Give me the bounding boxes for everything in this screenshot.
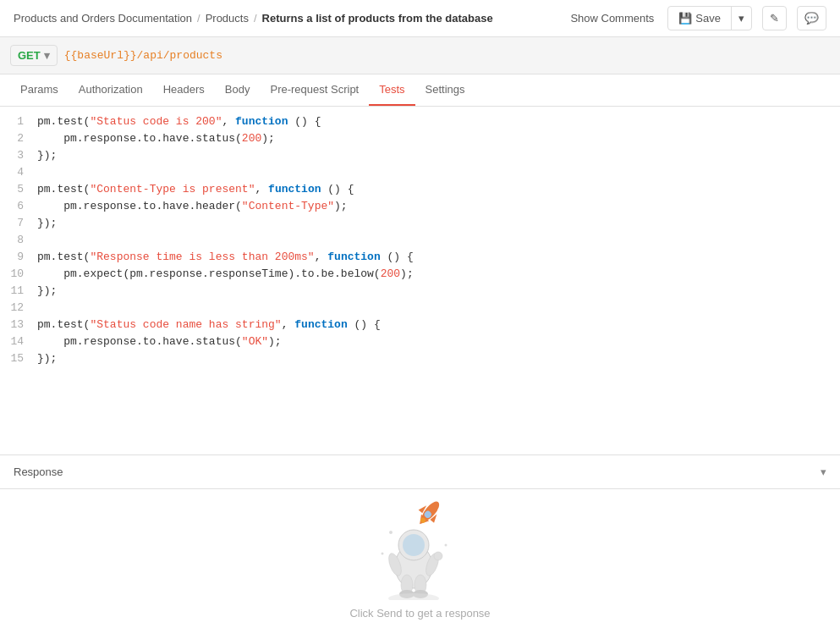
tab-body[interactable]: Body bbox=[215, 74, 261, 106]
response-section: Response ▾ bbox=[0, 454, 840, 628]
tab-settings[interactable]: Settings bbox=[415, 74, 475, 106]
breadcrumb-sep1: / bbox=[197, 12, 200, 25]
code-editor[interactable]: 12345 678910 1112131415 pm.test("Status … bbox=[0, 107, 840, 374]
tab-params[interactable]: Params bbox=[10, 74, 69, 106]
header-actions: Show Comments 💾 Save ▾ ✎ 💬 bbox=[563, 6, 826, 30]
edit-button[interactable]: ✎ bbox=[762, 6, 787, 30]
save-label: Save bbox=[695, 12, 721, 25]
comment-button[interactable]: 💬 bbox=[797, 6, 826, 30]
send-hint-text: Click Send to get a response bbox=[349, 607, 490, 620]
svg-point-17 bbox=[389, 531, 393, 534]
breadcrumb-part1: Products and Orders Documentation bbox=[14, 12, 192, 25]
tab-authorization[interactable]: Authorization bbox=[69, 74, 153, 106]
astronaut-illustration bbox=[370, 499, 471, 600]
main-content: 12345 678910 1112131415 pm.test("Status … bbox=[0, 107, 840, 628]
breadcrumb-sep2: / bbox=[254, 12, 257, 25]
code-line-15: }); bbox=[34, 350, 840, 367]
code-line-8 bbox=[34, 232, 840, 249]
tab-tests[interactable]: Tests bbox=[369, 74, 415, 106]
code-line-12 bbox=[34, 300, 840, 317]
code-line-11: }); bbox=[34, 283, 840, 300]
show-comments-button[interactable]: Show Comments bbox=[563, 8, 661, 28]
header: Products and Orders Documentation / Prod… bbox=[0, 0, 840, 37]
svg-point-16 bbox=[388, 593, 439, 600]
code-line-6: pm.response.to.have.header("Content-Type… bbox=[34, 198, 840, 215]
svg-point-19 bbox=[381, 552, 383, 554]
code-line-7: }); bbox=[34, 215, 840, 232]
code-line-10: pm.expect(pm.response.responseTime).to.b… bbox=[34, 266, 840, 283]
floppy-disk-icon: 💾 bbox=[678, 12, 692, 25]
svg-point-11 bbox=[434, 552, 442, 560]
code-line-4 bbox=[34, 164, 840, 181]
tab-prerequest-script[interactable]: Pre-request Script bbox=[260, 74, 369, 106]
pencil-icon: ✎ bbox=[770, 12, 779, 25]
code-line-9: pm.test("Response time is less than 200m… bbox=[34, 249, 840, 266]
url-bar: GET ▾ bbox=[0, 37, 840, 74]
speech-bubble-icon: 💬 bbox=[804, 12, 819, 25]
save-dropdown-button[interactable]: ▾ bbox=[732, 7, 751, 30]
astronaut-container: Click Send to get a response bbox=[349, 499, 490, 620]
tab-headers[interactable]: Headers bbox=[153, 74, 215, 106]
code-line-2: pm.response.to.have.status(200); bbox=[34, 130, 840, 147]
method-dropdown-icon: ▾ bbox=[44, 49, 50, 62]
breadcrumb-part2: Products bbox=[206, 12, 249, 25]
svg-point-18 bbox=[444, 543, 447, 546]
code-line-3: }); bbox=[34, 147, 840, 164]
code-line-1: pm.test("Status code is 200", function (… bbox=[34, 113, 840, 130]
breadcrumb-current: Returns a list of products from the data… bbox=[262, 12, 493, 25]
code-line-14: pm.response.to.have.status("OK"); bbox=[34, 333, 840, 350]
line-numbers: 12345 678910 1112131415 bbox=[0, 107, 34, 374]
response-content: Click Send to get a response bbox=[0, 489, 840, 628]
code-line-5: pm.test("Content-Type is present", funct… bbox=[34, 181, 840, 198]
method-selector[interactable]: GET ▾ bbox=[10, 45, 58, 66]
app-layout: Products and Orders Documentation / Prod… bbox=[0, 0, 840, 628]
url-input[interactable] bbox=[64, 49, 830, 62]
code-line-13: pm.test("Status code name has string", f… bbox=[34, 317, 840, 333]
code-lines: pm.test("Status code is 200", function (… bbox=[34, 107, 840, 374]
code-editor-area: 12345 678910 1112131415 pm.test("Status … bbox=[0, 107, 840, 374]
response-chevron-icon[interactable]: ▾ bbox=[821, 465, 826, 478]
breadcrumb: Products and Orders Documentation / Prod… bbox=[14, 12, 493, 25]
save-button[interactable]: 💾 Save bbox=[668, 7, 732, 30]
response-header: Response ▾ bbox=[0, 455, 840, 489]
svg-point-8 bbox=[403, 534, 425, 556]
save-button-group: 💾 Save ▾ bbox=[667, 6, 752, 30]
tabs-bar: Params Authorization Headers Body Pre-re… bbox=[0, 74, 840, 107]
response-label: Response bbox=[14, 465, 63, 478]
chevron-down-icon: ▾ bbox=[738, 12, 744, 25]
method-label: GET bbox=[18, 49, 41, 62]
